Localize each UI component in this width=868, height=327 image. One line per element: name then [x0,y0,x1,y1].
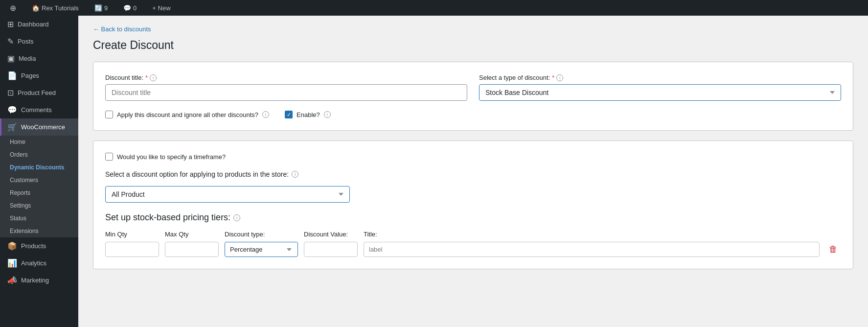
sidebar-label-comments: Comments [21,106,52,114]
comments-sidebar-icon: 💬 [7,105,17,115]
admin-bar: ⊕ 🏠 Rex Tutorials 🔄 9 💬 0 + New [0,0,868,16]
new-label: + New [152,4,170,12]
home-icon: 🏠 [32,4,40,12]
min-qty-input[interactable] [105,242,159,257]
discount-type-label-text: Select a type of discount: [479,74,550,81]
tier-row: Percentage Fixed Amount 🗑 [105,242,841,257]
sidebar-item-pages[interactable]: 📄 Pages [0,67,78,84]
submenu-label-dynamic-discounts: Dynamic Discounts [10,164,64,171]
enable-info-icon[interactable]: i [324,111,331,118]
sidebar-label-products: Products [21,242,46,250]
discount-title-info-icon[interactable]: i [150,74,157,81]
apply-discount-checkbox[interactable] [105,111,113,118]
checkbox-row: Apply this discount and ignore all other… [105,111,841,118]
sidebar-item-home[interactable]: Home [0,136,78,148]
pricing-tiers-title: Set up stock-based pricing tiers: i [105,212,841,223]
sidebar-item-marketing[interactable]: 📣 Marketing [0,272,78,289]
site-name-bar-item[interactable]: 🏠 Rex Tutorials [28,0,83,16]
pricing-tiers-title-text: Set up stock-based pricing tiers: [105,212,230,223]
timeframe-label[interactable]: Would you like to specify a timeframe? [105,153,841,161]
submenu-label-home: Home [10,139,25,145]
comments-bar-item[interactable]: 💬 0 [119,0,140,16]
sidebar-item-settings[interactable]: Settings [0,199,78,212]
discount-value-header-text: Discount Value: [304,231,348,238]
sidebar-item-reports[interactable]: Reports [0,187,78,199]
discount-type-info-icon[interactable]: i [556,74,563,81]
delete-tier-button[interactable]: 🗑 [825,244,841,255]
sidebar-label-marketing: Marketing [21,277,49,284]
sidebar-item-comments[interactable]: 💬 Comments [0,101,78,118]
analytics-icon: 📊 [7,258,17,268]
pricing-tiers-info-icon[interactable]: i [233,214,240,221]
discount-type-tier-select[interactable]: Percentage Fixed Amount [225,242,298,257]
discount-title-input[interactable] [105,84,467,101]
discount-type-header: Discount type: [225,231,298,238]
sidebar: ⊞ Dashboard ✎ Posts ▣ Media 📄 Pages ⊡ Pr… [0,16,78,327]
product-option-section: Select a discount option for applying to… [105,170,841,203]
sidebar-item-customers[interactable]: Customers [0,174,78,187]
back-to-discounts-link[interactable]: ← Back to discounts [93,25,151,33]
comments-icon: 💬 [123,4,131,12]
enable-label[interactable]: Enable? i [285,111,331,118]
product-feed-icon: ⊡ [7,88,14,97]
sidebar-item-extensions[interactable]: Extensions [0,225,78,237]
apply-discount-text: Apply this discount and ignore all other… [117,111,258,118]
submenu-label-customers: Customers [10,177,38,184]
discount-title-row: Discount title: * i Select a type of dis… [105,74,841,101]
sidebar-item-posts[interactable]: ✎ Posts [0,33,78,50]
discount-value-input[interactable] [304,242,358,257]
submenu-label-reports: Reports [10,189,30,196]
max-qty-cell [165,242,219,257]
product-option-info-icon[interactable]: i [292,171,298,178]
sidebar-item-products[interactable]: 📦 Products [0,237,78,255]
wp-icon: ⊕ [10,3,16,13]
title-header: Title: [364,231,820,238]
sidebar-item-status[interactable]: Status [0,212,78,225]
min-qty-header: Min Qty [105,231,159,238]
comments-count: 0 [133,4,137,12]
sidebar-label-pages: Pages [21,72,39,79]
discount-type-required: * [552,74,554,81]
max-qty-input[interactable] [165,242,219,257]
title-cell [364,242,820,257]
discount-title-required: * [145,74,148,81]
wp-logo[interactable]: ⊕ [6,0,20,16]
content-area: ← Back to discounts Create Discount Disc… [78,16,868,327]
sidebar-item-media[interactable]: ▣ Media [0,50,78,67]
product-option-label-text: Select a discount option for applying to… [105,170,289,178]
sidebar-item-analytics[interactable]: 📊 Analytics [0,255,78,272]
discount-value-header: Discount Value: [304,231,358,238]
discount-type-label: Select a type of discount: * i [479,74,841,81]
delete-cell: 🗑 [825,244,841,255]
product-option-select[interactable]: All Product Specific Products Product Ca… [105,186,350,203]
sidebar-item-woocommerce[interactable]: 🛒 WooCommerce [0,118,78,136]
page-title: Create Discount [93,39,853,52]
updates-count: 9 [104,4,108,12]
max-qty-header-text: Max Qty [165,231,188,238]
updates-bar-item[interactable]: 🔄 9 [91,0,112,16]
woocommerce-submenu: Home Orders Dynamic Discounts Customers … [0,136,78,237]
new-bar-item[interactable]: + New [148,0,174,16]
sidebar-label-analytics: Analytics [21,259,46,267]
tier-title-input[interactable] [364,242,820,257]
submenu-label-status: Status [10,215,26,222]
discount-type-cell: Percentage Fixed Amount [225,242,298,257]
timeframe-row: Would you like to specify a timeframe? [105,153,841,161]
sidebar-item-dashboard[interactable]: ⊞ Dashboard [0,16,78,33]
discount-type-header-text: Discount type: [225,231,265,238]
discount-title-group: Discount title: * i [105,74,467,101]
apply-discount-info-icon[interactable]: i [262,111,269,118]
enable-text: Enable? [297,111,320,118]
sidebar-item-dynamic-discounts[interactable]: Dynamic Discounts [0,161,78,174]
woocommerce-icon: 🛒 [7,122,17,132]
max-qty-header: Max Qty [165,231,219,238]
enable-checkbox[interactable] [285,111,293,118]
back-label: ← Back to discounts [93,25,151,33]
timeframe-checkbox[interactable] [105,153,113,161]
sidebar-item-orders[interactable]: Orders [0,148,78,161]
sidebar-item-product-feed[interactable]: ⊡ Product Feed [0,84,78,101]
pricing-tiers-section: Set up stock-based pricing tiers: i Min … [105,212,841,257]
discount-type-select[interactable]: Stock Base Discount Percentage Discount … [479,84,841,101]
product-option-label: Select a discount option for applying to… [105,170,841,178]
apply-discount-label[interactable]: Apply this discount and ignore all other… [105,111,269,118]
